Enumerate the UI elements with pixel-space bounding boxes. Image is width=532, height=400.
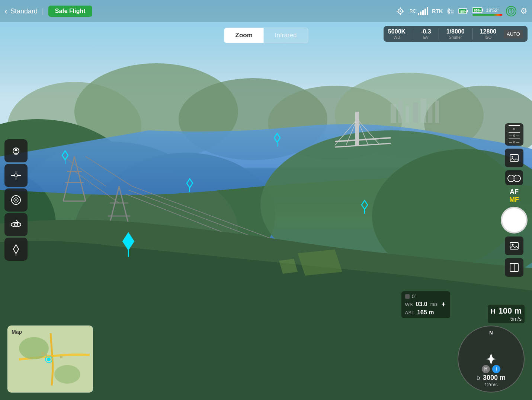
svg-rect-116 bbox=[60, 356, 63, 358]
degrees-value: 0° bbox=[412, 293, 417, 299]
svg-rect-9 bbox=[406, 106, 409, 123]
ev-setting[interactable]: -0.3 EV bbox=[421, 28, 431, 39]
svg-rect-94 bbox=[513, 177, 515, 180]
cam-divider-2 bbox=[439, 28, 439, 39]
right-control-panel: — 0 — — 0 — — 0 — AF MF bbox=[501, 123, 528, 277]
mf-button[interactable]: MF bbox=[509, 196, 519, 204]
crosshair-button[interactable] bbox=[4, 164, 28, 187]
horizontal-speed: 12m/s bbox=[458, 382, 524, 387]
svg-point-117 bbox=[47, 358, 51, 361]
svg-rect-13 bbox=[435, 101, 439, 123]
battery-icon-2: 85% bbox=[472, 7, 484, 13]
home-h-icon: H bbox=[482, 365, 490, 373]
iso-setting[interactable]: 12800 ISO bbox=[480, 28, 497, 39]
gallery-icon bbox=[509, 153, 519, 163]
svg-point-112 bbox=[19, 337, 49, 359]
return-icon bbox=[508, 8, 515, 15]
flight-data-panel: H 100 m 5m/s N H i D 3000 m 12m/s bbox=[458, 305, 525, 393]
svg-rect-90 bbox=[510, 155, 518, 161]
ws-row: WS 03.0 m/s bbox=[405, 301, 446, 308]
cam-divider-3 bbox=[472, 28, 472, 39]
svg-text:85%: 85% bbox=[474, 9, 481, 12]
settings-button[interactable]: ⚙ bbox=[520, 6, 528, 16]
af-button[interactable]: AF bbox=[510, 188, 519, 196]
signal-bar-3 bbox=[422, 10, 424, 15]
divider: | bbox=[42, 7, 44, 15]
phone-signal: 30 strong bbox=[446, 7, 455, 15]
signal-bar-1 bbox=[418, 13, 419, 15]
wb-value: 5000K bbox=[388, 28, 406, 35]
iso-label: ISO bbox=[484, 35, 491, 39]
detection-button[interactable] bbox=[505, 170, 523, 185]
back-button[interactable]: ‹ bbox=[4, 6, 7, 16]
signal-bar-2 bbox=[420, 12, 422, 15]
zoom-button[interactable]: Zoom bbox=[224, 28, 264, 43]
distance-value: 3000 m bbox=[483, 374, 506, 381]
svg-point-95 bbox=[509, 177, 513, 180]
drone-indicator bbox=[395, 6, 406, 17]
level-line-top bbox=[509, 125, 520, 126]
battery-group: 85% 18'52'' bbox=[472, 7, 502, 16]
orbit-button[interactable] bbox=[4, 213, 28, 236]
safe-flight-button[interactable]: Safe Flight bbox=[48, 6, 92, 17]
svg-point-98 bbox=[512, 244, 514, 246]
level-zero-mid: — 0 — bbox=[509, 134, 519, 137]
photo-gallery-button[interactable] bbox=[505, 236, 523, 255]
view-mode-toggle: Zoom Infrared bbox=[224, 28, 308, 43]
target-lock-button[interactable] bbox=[4, 188, 28, 212]
map-content bbox=[8, 326, 93, 393]
map-label: Map bbox=[12, 329, 22, 335]
recording-indicator bbox=[405, 294, 410, 299]
svg-rect-67 bbox=[467, 10, 468, 12]
home-icons-row: H i bbox=[458, 365, 524, 373]
altitude-value: 100 m bbox=[499, 306, 522, 315]
vertical-speed: 5m/s bbox=[510, 316, 522, 322]
altitude-display: H 100 m 5m/s bbox=[488, 305, 525, 323]
infrared-button[interactable]: Infrared bbox=[264, 28, 308, 43]
wind-asl-panel: 0° WS 03.0 m/s ASL 165 m bbox=[401, 291, 450, 318]
wb-setting[interactable]: 5000K WB bbox=[388, 28, 406, 39]
rc-label: RC bbox=[410, 9, 416, 14]
takeoff-button[interactable] bbox=[4, 139, 28, 162]
asl-row: ASL 165 m bbox=[405, 309, 446, 316]
auto-button[interactable]: AUTO bbox=[504, 30, 523, 38]
svg-rect-8 bbox=[398, 101, 403, 123]
level-zero-top: — 0 — bbox=[509, 127, 519, 131]
left-control-panel bbox=[4, 139, 28, 261]
shutter-setting[interactable]: 1/8000 Shutter bbox=[446, 28, 465, 39]
battery-icon: 85% bbox=[458, 7, 469, 15]
svg-point-86 bbox=[15, 199, 17, 201]
drone-icon bbox=[395, 6, 406, 17]
ws-label: WS bbox=[405, 302, 413, 307]
waypoint-button[interactable] bbox=[4, 238, 28, 261]
svg-point-88 bbox=[15, 223, 17, 226]
compass-circle: N H i D 3000 m 12m/s bbox=[458, 326, 525, 393]
split-view-button[interactable] bbox=[505, 258, 523, 277]
level-line-mid bbox=[509, 132, 520, 133]
mini-map[interactable]: Map bbox=[7, 326, 93, 393]
target-icon bbox=[10, 194, 22, 206]
wb-label: WB bbox=[394, 35, 400, 39]
return-to-home-icon[interactable] bbox=[506, 6, 516, 16]
shutter-value: 1/8000 bbox=[446, 28, 465, 35]
svg-point-59 bbox=[400, 10, 401, 12]
home-i-icon: i bbox=[492, 365, 500, 373]
battery-time: 18'52'' bbox=[486, 7, 499, 13]
asl-label: ASL bbox=[405, 310, 414, 315]
rc-signal-indicator: RC bbox=[410, 7, 428, 15]
gallery-button[interactable] bbox=[505, 149, 523, 167]
plane-icon bbox=[484, 352, 499, 366]
ws-value: 03.0 bbox=[416, 301, 427, 308]
battery-row: 85% 18'52'' bbox=[472, 7, 499, 13]
svg-text:85%: 85% bbox=[460, 10, 467, 13]
svg-rect-114 bbox=[41, 352, 44, 355]
split-icon bbox=[509, 263, 519, 272]
svg-rect-97 bbox=[510, 242, 518, 249]
svg-rect-12 bbox=[428, 104, 432, 123]
svg-rect-7 bbox=[391, 104, 396, 123]
compass-bottom-data: H i D 3000 m 12m/s bbox=[458, 365, 524, 387]
rtk-label: RTK bbox=[432, 8, 443, 14]
svg-rect-115 bbox=[45, 354, 47, 356]
shutter-button[interactable] bbox=[501, 207, 528, 234]
orbit-icon bbox=[10, 218, 22, 231]
